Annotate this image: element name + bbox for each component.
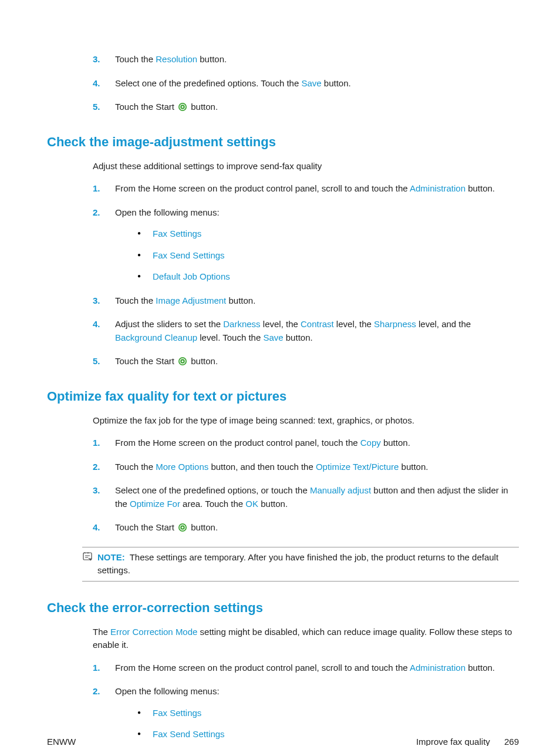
text: button. bbox=[188, 356, 218, 366]
heading-optimize-fax: Optimize fax quality for text or picture… bbox=[47, 387, 519, 406]
text: button. bbox=[284, 332, 313, 342]
step-5: 5. Touch the Start button. bbox=[93, 100, 519, 116]
footer-section: Improve fax quality bbox=[416, 737, 490, 746]
text: From the Home screen on the product cont… bbox=[115, 663, 410, 673]
text: Open the following menus: bbox=[115, 686, 220, 696]
ui-label: Image Adjustment bbox=[156, 295, 226, 305]
text: level, and the bbox=[416, 319, 471, 329]
step-4: 4. Touch the Start button. bbox=[93, 521, 519, 536]
ui-label: Save bbox=[263, 332, 283, 342]
intro-text: Adjust these additional settings to impr… bbox=[93, 160, 519, 173]
text: button. bbox=[465, 663, 495, 673]
step-number: 1. bbox=[93, 436, 100, 450]
steps-image-adjustment: 1. From the Home screen on the product c… bbox=[47, 182, 519, 370]
step-number: 1. bbox=[93, 182, 100, 196]
svg-point-8 bbox=[181, 526, 183, 528]
steps-error-correction: 1. From the Home screen on the product c… bbox=[47, 661, 519, 741]
note-block: NOTE:These settings are temporary. After… bbox=[82, 547, 519, 582]
intro-text: Optimize the fax job for the type of ima… bbox=[93, 414, 519, 428]
text: area. Touch the bbox=[180, 499, 245, 509]
text: Touch the bbox=[115, 295, 156, 305]
ui-label: Save bbox=[301, 78, 321, 88]
step-number: 3. bbox=[93, 484, 100, 498]
ui-label: Darkness bbox=[223, 319, 260, 329]
step-1: 1. From the Home screen on the product c… bbox=[93, 436, 519, 450]
text: The bbox=[93, 627, 110, 637]
ui-label: Error Correction Mode bbox=[110, 627, 197, 637]
step-2: 2. Open the following menus: Fax Setting… bbox=[93, 685, 519, 741]
step-number: 5. bbox=[93, 355, 100, 368]
text: Touch the Start bbox=[115, 356, 177, 366]
text: Select one of the predefined options. To… bbox=[115, 78, 301, 88]
ui-label: Manually adjust bbox=[310, 485, 371, 495]
text: level, the bbox=[334, 319, 374, 329]
step-number: 5. bbox=[93, 100, 100, 114]
step-number: 4. bbox=[93, 318, 100, 331]
step-2: 2. Touch the More Options button, and th… bbox=[93, 461, 519, 474]
ui-label: More Options bbox=[156, 462, 208, 472]
footer-left: ENWW bbox=[47, 735, 76, 746]
step-number: 2. bbox=[93, 685, 100, 698]
text: button. bbox=[226, 295, 255, 305]
text: button. bbox=[399, 462, 428, 472]
ui-label: Copy bbox=[360, 438, 381, 448]
ui-label: Optimize For bbox=[130, 499, 180, 509]
ui-label: Optimize Text/Picture bbox=[316, 462, 399, 472]
heading-error-correction: Check the error-correction settings bbox=[47, 598, 519, 617]
step-1: 1. From the Home screen on the product c… bbox=[93, 182, 519, 196]
step-3: 3. Touch the Resolution button. bbox=[93, 53, 519, 66]
ui-label: Administration bbox=[410, 663, 465, 673]
step-1: 1. From the Home screen on the product c… bbox=[93, 661, 519, 675]
submenu-item: Fax Settings bbox=[137, 227, 519, 241]
text: Select one of the predefined options, or… bbox=[115, 485, 310, 495]
step-2: 2. Open the following menus: Fax Setting… bbox=[93, 206, 519, 284]
step-number: 3. bbox=[93, 294, 100, 308]
ui-label: Contrast bbox=[301, 319, 334, 329]
text: From the Home screen on the product cont… bbox=[115, 438, 360, 448]
submenu-list: Fax Settings Fax Send Settings Default J… bbox=[115, 227, 519, 284]
text: Touch the Start bbox=[115, 522, 177, 532]
submenu-item: Fax Settings bbox=[137, 707, 519, 720]
ui-label: OK bbox=[245, 499, 258, 509]
page-number: 269 bbox=[504, 737, 519, 746]
step-4: 4. Adjust the sliders to set the Darknes… bbox=[93, 318, 519, 344]
steps-optimize: 1. From the Home screen on the product c… bbox=[47, 436, 519, 536]
page-body: 3. Touch the Resolution button. 4. Selec… bbox=[0, 0, 560, 746]
text: Adjust the sliders to set the bbox=[115, 319, 223, 329]
heading-image-adjustment: Check the image-adjustment settings bbox=[47, 132, 519, 152]
page-footer: ENWW Improve fax quality 269 bbox=[47, 735, 519, 746]
step-3: 3. Touch the Image Adjustment button. bbox=[93, 294, 519, 308]
submenu-item: Fax Send Settings bbox=[137, 249, 519, 263]
text: button. bbox=[465, 183, 495, 193]
text: level. Touch the bbox=[197, 332, 263, 342]
step-number: 2. bbox=[93, 461, 100, 474]
ui-label: Sharpness bbox=[374, 319, 416, 329]
steps-continued: 3. Touch the Resolution button. 4. Selec… bbox=[47, 53, 519, 116]
start-icon bbox=[178, 102, 187, 116]
text: Touch the bbox=[115, 462, 156, 472]
ui-label: Administration bbox=[410, 183, 465, 193]
text: Touch the bbox=[115, 54, 156, 64]
step-3: 3. Select one of the predefined options,… bbox=[93, 484, 519, 510]
step-number: 4. bbox=[93, 521, 100, 535]
step-number: 4. bbox=[93, 77, 100, 90]
svg-point-5 bbox=[181, 360, 183, 362]
svg-point-2 bbox=[181, 106, 183, 107]
submenu-item: Default Job Options bbox=[137, 270, 519, 284]
start-icon bbox=[178, 357, 187, 370]
text: button. bbox=[322, 78, 351, 88]
text: level, the bbox=[261, 319, 301, 329]
text: button. bbox=[188, 102, 218, 112]
step-number: 2. bbox=[93, 206, 100, 220]
note-icon bbox=[82, 552, 93, 566]
text: button. bbox=[258, 499, 288, 509]
text: button. bbox=[188, 522, 218, 532]
note-text: These settings are temporary. After you … bbox=[97, 552, 498, 576]
step-5: 5. Touch the Start button. bbox=[93, 355, 519, 370]
start-icon bbox=[178, 523, 187, 536]
ui-label: Background Cleanup bbox=[115, 332, 197, 342]
note-label: NOTE: bbox=[97, 552, 125, 562]
step-number: 3. bbox=[93, 53, 100, 66]
text: From the Home screen on the product cont… bbox=[115, 183, 410, 193]
ui-label: Resolution bbox=[156, 54, 197, 64]
